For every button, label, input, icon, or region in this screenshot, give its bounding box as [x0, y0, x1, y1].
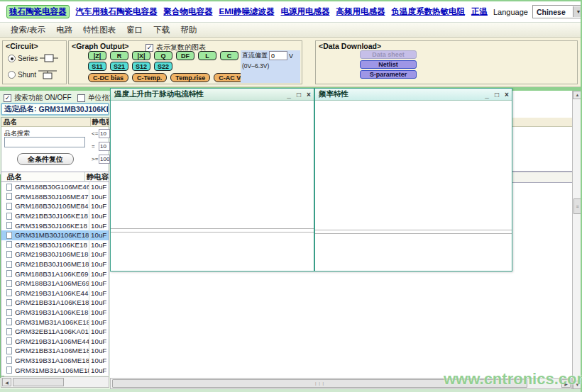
graph-characteristic-button[interactable]: C-Temp.: [132, 73, 167, 82]
document-icon: [6, 203, 12, 210]
menu-item[interactable]: 窗口: [126, 25, 143, 35]
shunt-circuit-icon: [38, 69, 57, 80]
filter-operator: >=: [92, 156, 99, 162]
graph-characteristic-button[interactable]: C-DC bias: [88, 73, 128, 82]
capacitance-filter-select[interactable]: 10: [99, 142, 110, 151]
parameter-buttons: |Z|R|X|QDFLC: [88, 51, 238, 60]
language-select[interactable]: Chinese ▼: [532, 5, 582, 18]
part-name: GRM219B30J106KE18: [15, 241, 89, 249]
graph-param-button[interactable]: |X|: [132, 51, 150, 60]
scroll-left-icon[interactable]: ◀: [2, 378, 11, 386]
characteristic-buttons: C-DC biasC-Temp.Temp.riseC-AC Voltage: [88, 73, 264, 82]
part-list-item[interactable]: GRM31MB31A106KE1810uF: [1, 317, 109, 327]
graph-sparam-button[interactable]: S21: [110, 62, 128, 71]
part-list-item[interactable]: GRM32EB11A106KA0110uF: [1, 327, 109, 337]
temp-rise-window-titlebar[interactable]: 温度上升由于脉动电流特性 _ □ ×: [111, 89, 314, 101]
radio-selected-icon[interactable]: [8, 55, 16, 62]
radio-unselected-icon[interactable]: [8, 71, 16, 79]
series-option[interactable]: Series: [8, 53, 58, 63]
menu-item[interactable]: 下载: [153, 25, 170, 35]
sidebar-horizontal-scrollbar[interactable]: ◀: [1, 376, 109, 388]
part-name: GRM219B30J106ME18: [15, 250, 89, 258]
topnav-link[interactable]: 聚合物电容器: [164, 6, 213, 17]
maximize-icon[interactable]: □: [492, 91, 502, 99]
part-list-item[interactable]: GRM219B31A106KE4410uF: [1, 289, 109, 298]
part-list-item[interactable]: GRM21BB30J106KE1810uF: [1, 211, 109, 221]
capacitance-filter-select[interactable]: 100000: [99, 155, 110, 164]
topnav-link[interactable]: 独石陶瓷电容器: [6, 5, 70, 18]
capacitance-filter-row: =10: [92, 140, 110, 152]
download-s-parameter-button[interactable]: S-parameter: [360, 70, 417, 79]
part-name: GRM188B30J106ME84: [15, 202, 89, 210]
graph-output-title: <Graph Output>: [72, 42, 129, 50]
part-name-search-input[interactable]: [4, 137, 85, 147]
part-list-item[interactable]: GRM188B31A106KE6910uF: [1, 269, 109, 279]
selected-part-label: 选定品名:: [4, 104, 37, 114]
topnav-links: 独石陶瓷电容器汽车用独石陶瓷电容器聚合物电容器EMI静噪滤波器电源用电感器高频用…: [0, 5, 488, 18]
minimize-icon[interactable]: _: [482, 91, 492, 99]
part-list-item[interactable]: GRM21BB31A106ME1810uF: [1, 346, 109, 356]
part-list-item[interactable]: GRM31MB31A106ME1810uF: [1, 365, 109, 375]
topnav-link[interactable]: 汽车用独石陶瓷电容器: [76, 6, 158, 17]
frequency-chart: [315, 101, 512, 230]
part-list-item[interactable]: GRM219B30J106ME1810uF: [1, 250, 109, 259]
part-name: GRM188B30G106ME46: [15, 183, 89, 191]
top-navigation: 独石陶瓷电容器汽车用独石陶瓷电容器聚合物电容器EMI静噪滤波器电源用电感器高频用…: [0, 1, 582, 23]
scrollbar-thumb[interactable]: [13, 378, 64, 386]
dc-bias-input[interactable]: [269, 51, 287, 60]
part-list-item[interactable]: GRM219B30J106KE1810uF: [1, 240, 109, 250]
close-icon[interactable]: ×: [304, 91, 314, 99]
part-name: GRM219B31A106ME44: [15, 337, 89, 345]
part-list-item[interactable]: GRM219B31A106ME4410uF: [1, 337, 109, 347]
capacitance-filter-select[interactable]: 10: [99, 129, 110, 138]
unit-toggle-checkbox[interactable]: [77, 94, 85, 102]
capacitance-filters: <=10=10>=100000: [92, 128, 110, 166]
part-list-item[interactable]: GRM21BB31A106KE1810uF: [1, 298, 109, 308]
graph-param-button[interactable]: |Z|: [88, 51, 106, 60]
close-icon[interactable]: ×: [502, 91, 512, 99]
graph-param-button[interactable]: C: [220, 51, 238, 60]
search-toggle-checkbox[interactable]: ✓: [4, 94, 11, 102]
graph-sparam-button[interactable]: S11: [88, 62, 106, 71]
part-capacitance: 10uF: [89, 356, 109, 366]
part-list-item[interactable]: GRM319B30J106KE1810uF: [1, 220, 109, 230]
download-netlist-button[interactable]: Netlist: [360, 60, 417, 69]
graph-param-button[interactable]: Q: [154, 51, 172, 60]
frequency-window-titlebar[interactable]: 频率特性 _ □ ×: [315, 89, 512, 101]
menu-item[interactable]: 帮助: [180, 25, 197, 35]
menu-item[interactable]: 特性图表: [83, 25, 116, 35]
part-list-item[interactable]: GRM188B30J106ME8410uF: [1, 201, 109, 211]
graph-sparam-button[interactable]: S22: [154, 62, 172, 71]
circuit-title: <Circuit>: [6, 42, 38, 50]
document-icon: [6, 213, 12, 220]
maximize-icon[interactable]: □: [294, 91, 304, 99]
document-icon: [6, 184, 12, 191]
graph-param-button[interactable]: L: [198, 51, 216, 60]
document-icon: [6, 270, 12, 277]
part-list-item[interactable]: GRM31MB30J106KE1810uF: [1, 230, 109, 240]
part-list-item[interactable]: GRM21BB30J106ME1810uF: [1, 259, 109, 269]
topnav-link[interactable]: EMI静噪滤波器: [219, 6, 275, 17]
part-list-item[interactable]: GRM188B30J106ME4710uF: [1, 192, 109, 202]
part-name: GRM319B31A106KE18: [15, 308, 89, 316]
graph-characteristic-button[interactable]: Temp.rise: [170, 73, 210, 82]
graph-param-button[interactable]: DF: [176, 51, 194, 60]
circuit-panel: <Circuit> Series Shunt: [2, 40, 67, 84]
shunt-option[interactable]: Shunt: [8, 69, 57, 80]
part-list-item[interactable]: GRM319B31A106ME1810uF: [1, 356, 109, 366]
topnav-link[interactable]: 电源用电感器: [280, 6, 329, 17]
topnav-link[interactable]: 高频用电感器: [336, 6, 385, 17]
reset-filters-button[interactable]: 全条件复位: [17, 153, 74, 165]
checked-checkbox-icon[interactable]: ✓: [146, 44, 153, 52]
part-list-item[interactable]: GRM319B31A106KE1810uF: [1, 308, 109, 318]
graph-sparam-button[interactable]: S12: [132, 62, 150, 71]
graph-param-button[interactable]: R: [110, 51, 128, 60]
topnav-link[interactable]: 负温度系数热敏电阻: [391, 6, 465, 17]
part-list-item[interactable]: GRM188B30G106ME4610uF: [1, 182, 109, 192]
menu-item[interactable]: 电路: [56, 25, 72, 35]
part-list-item[interactable]: GRM188B31A106ME6910uF: [1, 279, 109, 289]
menu-item[interactable]: 搜索/表示: [11, 25, 45, 35]
topnav-link[interactable]: 正温: [471, 6, 488, 17]
document-icon: [6, 280, 12, 287]
minimize-icon[interactable]: _: [284, 91, 294, 99]
